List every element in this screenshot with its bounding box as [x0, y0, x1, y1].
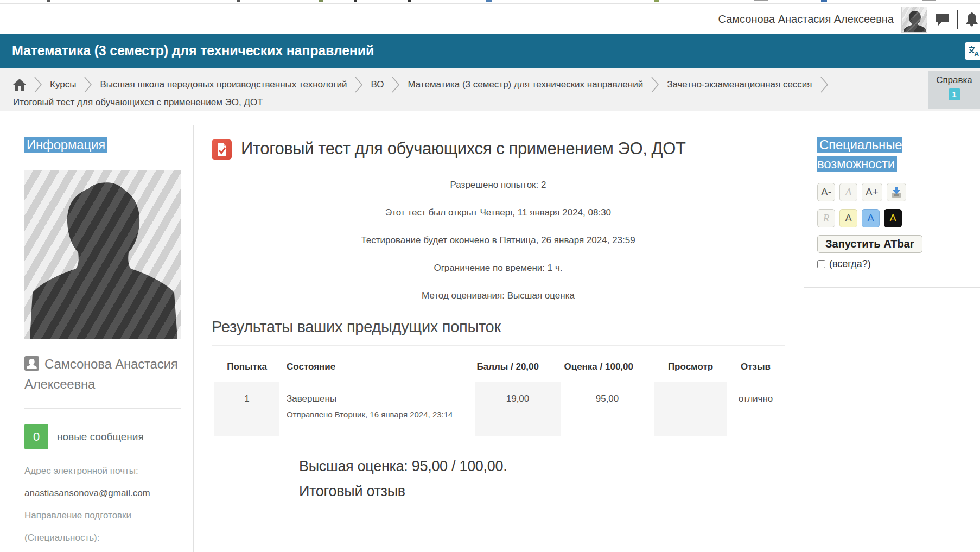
cell-review	[654, 382, 727, 437]
topbar: Самсонова Анастасия Алексеевна	[0, 4, 980, 34]
results-heading: Результаты ваших предыдущих попыток	[212, 318, 785, 346]
col-header-grade: Оценка / 100,00	[561, 346, 654, 382]
breadcrumb-item-course[interactable]: Математика (3 семестр) для технических н…	[408, 79, 643, 90]
page-title: Итоговый тест для обучающихся с применен…	[241, 137, 685, 160]
launch-atbar-button[interactable]: Запустить ATbar	[817, 235, 922, 253]
messages-label[interactable]: новые сообщения	[57, 431, 144, 443]
theme-blue-button[interactable]: A	[862, 209, 880, 227]
help-badge: 1	[949, 88, 960, 100]
avatar-stripes	[24, 170, 181, 339]
email-value: anastiasansonova@gmail.com	[24, 488, 181, 499]
quiz-attempts-allowed: Разрешено попыток: 2	[212, 180, 785, 191]
browser-edge	[0, 0, 980, 4]
chevron-right-icon	[391, 75, 400, 94]
sidebar-user-name: Самсонова Анастасия Алексеевна	[24, 354, 181, 394]
quiz-open-date: Этот тест был открыт Четверг, 11 января …	[212, 207, 785, 218]
info-panel-heading: Информация	[24, 135, 181, 154]
notifications-icon[interactable]	[966, 12, 978, 27]
browser-edge-mark	[319, 0, 323, 2]
final-feedback-label: Итоговый отзыв	[299, 483, 785, 500]
quiz-time-limit: Ограничение по времени: 1 ч.	[212, 263, 785, 274]
breadcrumb-item-school[interactable]: Высшая школа передовых производственных …	[100, 79, 347, 90]
browser-edge-mark	[486, 0, 492, 2]
chevron-right-icon	[34, 75, 42, 94]
font-increase-button[interactable]: A+	[862, 183, 882, 201]
browser-edge-mark	[922, 0, 936, 1]
browser-edge-mark	[354, 0, 357, 2]
browser-edge-mark	[821, 0, 827, 2]
atbar-always-label: (всегда?)	[829, 258, 871, 270]
avatar[interactable]	[901, 7, 927, 33]
quiz-icon	[212, 139, 232, 160]
col-header-review: Просмотр	[654, 346, 727, 382]
specialty-label-2: (Специальность):	[24, 532, 181, 543]
person-icon	[24, 356, 39, 371]
help-label: Справка	[928, 75, 980, 86]
svg-text:A: A	[974, 50, 979, 58]
browser-edge-mark	[654, 0, 659, 2]
theme-yellow-button[interactable]: A	[839, 209, 857, 227]
main-content: Итоговый тест для обучающихся с применен…	[212, 137, 785, 500]
theme-dark-button[interactable]: A	[884, 209, 902, 227]
accessibility-panel: Специальные возможности A- A A+ R A A A …	[804, 125, 980, 288]
browser-edge-mark	[47, 0, 50, 2]
accessibility-heading: Специальные возможности	[817, 135, 926, 173]
quiz-grading-method: Метод оценивания: Высшая оценка	[212, 290, 785, 301]
browser-edge-mark	[408, 0, 411, 2]
atbar-always-checkbox[interactable]	[817, 260, 825, 268]
info-panel: Информация Самсонова Анастасия Алексеевн…	[12, 125, 194, 552]
save-settings-button[interactable]	[887, 183, 906, 201]
avatar-stripes	[902, 7, 927, 32]
chevron-right-icon	[820, 75, 829, 94]
col-header-marks: Баллы / 20,00	[475, 346, 561, 382]
cell-feedback: отлично	[727, 382, 784, 437]
user-menu[interactable]: Самсонова Анастасия Алексеевна	[718, 13, 894, 26]
browser-edge-mark	[237, 0, 240, 2]
cell-grade: 95,00	[561, 382, 654, 437]
browser-edge-mark	[754, 0, 768, 1]
cell-attempt: 1	[214, 382, 279, 437]
course-title: Математика (3 семестр) для технических н…	[12, 43, 374, 59]
messages-count-badge: 0	[24, 424, 48, 449]
quiz-close-date: Тестирование будет окончено в Пятница, 2…	[212, 235, 785, 246]
email-label: Адрес электронной почты:	[24, 466, 181, 477]
chevron-right-icon	[651, 75, 659, 94]
save-icon	[890, 187, 902, 198]
attempts-table: Попытка Состояние Баллы / 20,00 Оценка /…	[214, 346, 784, 436]
table-row: 1 Завершены Отправлено Вторник, 16 январ…	[214, 382, 784, 437]
translate-icon[interactable]: A	[965, 42, 980, 60]
col-header-attempt: Попытка	[214, 346, 279, 382]
help-button[interactable]: Справка 1	[928, 71, 980, 109]
chevron-right-icon	[84, 75, 92, 94]
cell-marks: 19,00	[475, 382, 561, 437]
highest-grade: Высшая оценка: 95,00 / 100,00.	[299, 458, 785, 475]
profile-picture	[24, 170, 181, 339]
chevron-right-icon	[354, 75, 363, 94]
specialty-label: Направление подготовки	[24, 510, 181, 521]
col-header-state: Состояние	[279, 346, 475, 382]
font-decrease-button[interactable]: A-	[817, 183, 835, 201]
font-default-button[interactable]: A	[839, 183, 857, 201]
breadcrumb-item-session[interactable]: Зачетно-экзаменационная сессия	[667, 79, 812, 90]
col-header-feedback: Отзыв	[727, 346, 784, 382]
topbar-separator	[957, 10, 958, 29]
breadcrumb: Курсы Высшая школа передовых производств…	[0, 68, 980, 111]
breadcrumb-current: Итоговый тест для обучающихся с применен…	[13, 97, 263, 108]
cell-state-detail: Отправлено Вторник, 16 января 2024, 23:1…	[287, 407, 464, 422]
reset-theme-button[interactable]: R	[817, 209, 835, 227]
breadcrumb-item-courses[interactable]: Курсы	[50, 79, 76, 90]
cell-state: Завершены Отправлено Вторник, 16 января …	[279, 382, 475, 437]
course-header: Математика (3 семестр) для технических н…	[0, 34, 980, 68]
messages-icon[interactable]	[935, 13, 950, 26]
divider	[24, 408, 181, 409]
breadcrumb-item-vo[interactable]: ВО	[371, 79, 384, 90]
home-icon[interactable]	[13, 79, 26, 91]
